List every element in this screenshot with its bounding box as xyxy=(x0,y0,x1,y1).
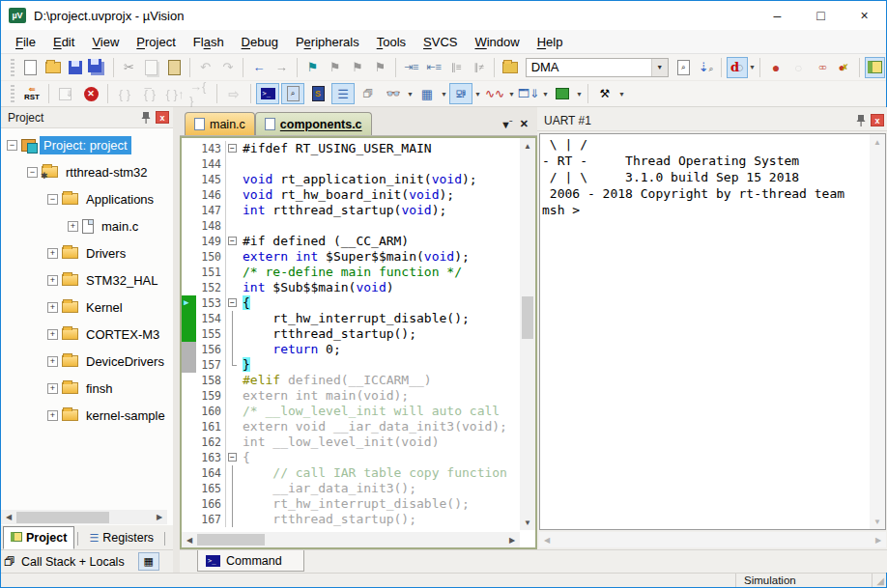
bookmark-toggle-icon[interactable]: ⚑ xyxy=(302,57,323,78)
unindent-icon[interactable]: ⇤≡ xyxy=(423,57,444,78)
line-marker-gutter[interactable] xyxy=(182,465,196,481)
find-in-files-icon[interactable] xyxy=(500,57,520,78)
disassembly-window-icon[interactable]: ⌕ xyxy=(281,83,304,104)
expand-icon[interactable]: + xyxy=(68,221,78,232)
menu-help[interactable]: Help xyxy=(529,31,572,53)
new-file-icon[interactable] xyxy=(20,57,41,78)
pin-icon[interactable] xyxy=(854,114,868,127)
debug-tools-dropdown-icon[interactable]: ▼ xyxy=(617,83,626,104)
kill-all-breakpoints-icon[interactable]: ●✗ xyxy=(833,57,853,78)
symbol-window-icon[interactable]: S xyxy=(306,83,329,104)
menu-window[interactable]: Window xyxy=(466,31,528,53)
line-marker-gutter[interactable] xyxy=(182,280,196,295)
call-stack-tab[interactable]: Call Stack + Locals xyxy=(21,555,125,569)
start-stop-debug-dropdown-icon[interactable]: ▼ xyxy=(749,57,757,78)
workspace-tab-project[interactable]: Project xyxy=(3,526,74,549)
uart-terminal[interactable]: \ | / - RT - Thread Operating System / |… xyxy=(539,133,886,530)
find-icon[interactable]: ⌕ xyxy=(673,57,694,78)
line-marker-gutter[interactable] xyxy=(182,265,196,280)
vertical-splitter[interactable] xyxy=(173,107,180,573)
bookmark-next-icon[interactable]: ⚑ xyxy=(347,57,367,78)
open-folder-icon[interactable] xyxy=(43,57,63,78)
tree-item-cortex-m3[interactable]: +CORTEX-M3 xyxy=(1,321,173,348)
line-marker-gutter[interactable] xyxy=(182,187,196,203)
toolbox-dropdown-icon[interactable]: ▼ xyxy=(575,83,584,104)
expand-icon[interactable]: + xyxy=(47,302,58,313)
tree-item-kernel-sample[interactable]: +kernel-sample xyxy=(1,402,173,429)
code-line-157[interactable]: 157} xyxy=(182,357,520,373)
menu-flash[interactable]: Flash xyxy=(185,31,233,53)
line-marker-gutter[interactable] xyxy=(182,373,196,388)
scroll-up-icon[interactable]: ▲ xyxy=(870,134,885,150)
line-marker-gutter[interactable] xyxy=(182,141,196,156)
save-all-icon[interactable] xyxy=(88,57,108,78)
workspace-tab-registers[interactable]: ☰Registers xyxy=(81,526,161,549)
close-panel-icon[interactable]: x xyxy=(156,111,169,124)
tree-item-devicedrivers[interactable]: +DeviceDrivers xyxy=(1,348,173,375)
code-line-161[interactable]: 161extern void __iar_data_init3(void); xyxy=(182,419,520,434)
step-icon[interactable]: { } xyxy=(113,83,136,104)
project-window-icon[interactable] xyxy=(865,57,885,78)
line-marker-gutter[interactable] xyxy=(182,203,196,218)
line-marker-gutter[interactable] xyxy=(182,450,196,465)
menu-svcs[interactable]: SVCS xyxy=(415,31,466,53)
code-line-160[interactable]: 160/* __low_level_init will auto call xyxy=(182,404,520,419)
reset-cpu-icon[interactable]: ⇐RST xyxy=(20,83,43,104)
code-line-143[interactable]: 143−#ifdef RT_USING_USER_MAIN xyxy=(182,141,520,156)
fold-collapse-icon[interactable]: − xyxy=(226,450,240,465)
code-line-154[interactable]: 154 rt_hw_interrupt_disable(); xyxy=(182,311,520,326)
code-line-165[interactable]: 165 __iar_data_init3(); xyxy=(182,481,520,496)
scroll-down-icon[interactable]: ▼ xyxy=(870,514,885,529)
code-line-159[interactable]: 159extern int main(void); xyxy=(182,388,520,404)
menu-view[interactable]: View xyxy=(83,31,128,53)
code-line-153[interactable]: ▶153−{ xyxy=(182,295,520,311)
line-marker-gutter[interactable] xyxy=(182,218,196,234)
maximize-button[interactable]: □ xyxy=(799,1,843,30)
step-out-icon[interactable]: { }↑ xyxy=(163,83,186,104)
scroll-left-icon[interactable]: ◀ xyxy=(182,532,197,547)
code-line-148[interactable]: 148 xyxy=(182,218,520,234)
menu-tools[interactable]: Tools xyxy=(368,31,415,53)
debug-tools-icon[interactable]: ⚒ xyxy=(593,83,616,104)
scroll-right-icon[interactable]: ▶ xyxy=(504,532,520,547)
system-viewer-icon[interactable]: 🗔⇓ xyxy=(517,83,540,104)
editor-vertical-scrollbar[interactable]: ▲ ▼ xyxy=(520,138,535,530)
disable-all-breakpoints-icon[interactable]: ○○ xyxy=(811,57,831,78)
minimize-button[interactable]: – xyxy=(756,1,799,30)
navigate-forward-icon[interactable]: → xyxy=(272,57,292,78)
code-line-147[interactable]: 147int rtthread_startup(void); xyxy=(182,203,520,218)
expand-icon[interactable]: + xyxy=(47,275,58,286)
execution-marker[interactable] xyxy=(182,326,196,342)
scroll-up-icon[interactable]: ▲ xyxy=(520,138,535,154)
command-window-icon[interactable]: >_ xyxy=(256,83,279,104)
close-document-icon[interactable]: ✕ xyxy=(520,118,529,130)
enable-breakpoint-icon[interactable]: ○ xyxy=(788,57,809,78)
toolbar-grip[interactable] xyxy=(11,59,14,76)
save-icon[interactable] xyxy=(65,57,85,78)
stop-icon[interactable]: ✕ xyxy=(79,83,102,104)
tree-item-finsh[interactable]: +finsh xyxy=(1,375,173,402)
serial-window-icon[interactable]: 🖳 xyxy=(449,83,472,104)
bookmark-clear-all-icon[interactable]: ⚑ xyxy=(370,57,390,78)
code-line-146[interactable]: 146void rt_hw_board_init(void); xyxy=(182,187,520,203)
fold-collapse-icon[interactable]: − xyxy=(226,141,240,156)
registers-window-icon[interactable]: ☰ xyxy=(331,83,355,104)
tree-item-project-project[interactable]: −Project: project xyxy=(1,131,173,158)
code-line-164[interactable]: 164 // call IAR table copy function xyxy=(182,465,520,481)
code-lines[interactable]: 143−#ifdef RT_USING_USER_MAIN144145void … xyxy=(182,138,520,530)
code-line-158[interactable]: 158#elif defined(__ICCARM__) xyxy=(182,373,520,388)
code-line-150[interactable]: 150extern int $Super$$main(void); xyxy=(182,249,520,265)
analysis-window-icon[interactable]: ∿∿ xyxy=(483,83,506,104)
uart-horizontal-scrollbar[interactable]: ◀ ▶ xyxy=(539,532,886,547)
close-button[interactable]: × xyxy=(843,1,886,30)
expand-icon[interactable]: + xyxy=(47,410,58,421)
memory-window-icon[interactable]: ▦ xyxy=(138,552,159,571)
line-marker-gutter[interactable] xyxy=(182,404,196,419)
memory-window-dropdown-icon[interactable]: ▼ xyxy=(440,83,448,104)
menu-edit[interactable]: Edit xyxy=(44,31,83,53)
menu-project[interactable]: Project xyxy=(128,31,184,53)
toolbar-grip[interactable] xyxy=(11,85,14,102)
bookmark-previous-icon[interactable]: ⚑ xyxy=(325,57,345,78)
watch-window-icon[interactable]: 👓 xyxy=(382,83,405,104)
line-marker-gutter[interactable] xyxy=(182,172,196,187)
